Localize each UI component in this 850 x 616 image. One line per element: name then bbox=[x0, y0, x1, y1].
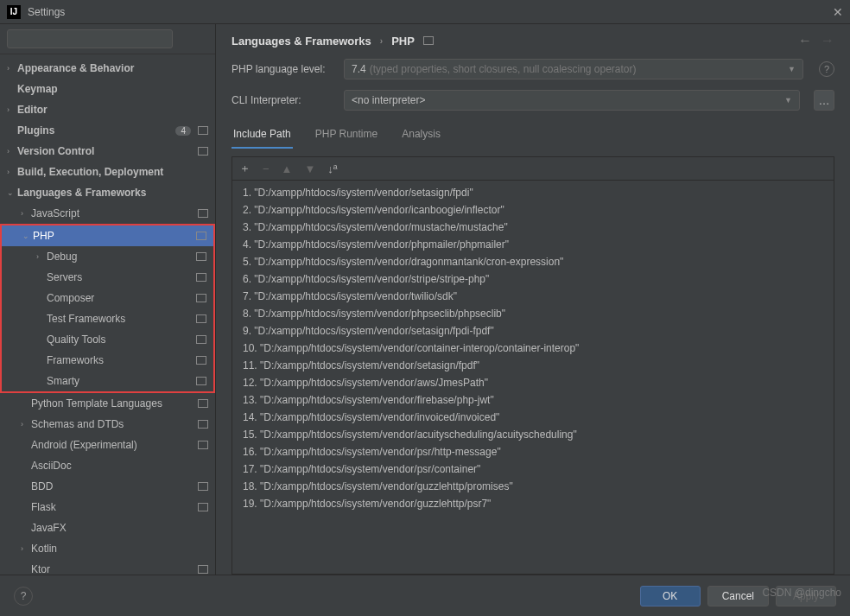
php-lang-level-dropdown[interactable]: 7.4 (typed properties, short closures, n… bbox=[344, 59, 803, 79]
tree-item-quality-tools[interactable]: Quality Tools bbox=[2, 329, 213, 350]
include-path-row[interactable]: 15. "D:/xampp/htdocs/isystem/vendor/acui… bbox=[232, 426, 834, 443]
include-path-row[interactable]: 3. "D:/xampp/htdocs/isystem/vendor/musta… bbox=[232, 219, 834, 236]
include-path-panel: ＋ − ▲ ▼ ↓ª 1. "D:/xampp/htdocs/isystem/v… bbox=[232, 156, 834, 575]
project-scope-icon bbox=[196, 335, 206, 344]
expand-icon: › bbox=[21, 420, 31, 429]
help-icon[interactable]: ? bbox=[819, 61, 834, 77]
cli-browse-button[interactable]: … bbox=[814, 90, 834, 111]
remove-path-button[interactable]: − bbox=[263, 162, 270, 175]
tree-item-asciidoc[interactable]: AsciiDoc bbox=[0, 455, 215, 476]
tree-item-servers[interactable]: Servers bbox=[2, 267, 213, 288]
include-path-row[interactable]: 19. "D:/xampp/htdocs/isystem/vendor/guzz… bbox=[232, 495, 834, 512]
tab-include-path[interactable]: Include Path bbox=[232, 123, 293, 149]
sort-button[interactable]: ↓ª bbox=[327, 162, 337, 175]
tree-item-languages-frameworks[interactable]: ⌄Languages & Frameworks bbox=[0, 182, 215, 203]
nav-back-icon[interactable]: ← bbox=[798, 33, 812, 48]
tree-item-smarty[interactable]: Smarty bbox=[2, 371, 213, 391]
project-scope-icon bbox=[198, 209, 208, 218]
include-path-row[interactable]: 17. "D:/xampp/htdocs/isystem/vendor/psr/… bbox=[232, 460, 834, 478]
tab-php-runtime[interactable]: PHP Runtime bbox=[314, 123, 379, 149]
include-path-row[interactable]: 10. "D:/xampp/htdocs/isystem/vendor/cont… bbox=[232, 340, 834, 357]
tab-analysis[interactable]: Analysis bbox=[400, 123, 442, 149]
titlebar: IJ Settings ✕ bbox=[0, 0, 850, 24]
move-up-button[interactable]: ▲ bbox=[282, 162, 293, 175]
expand-icon: › bbox=[36, 252, 47, 261]
include-path-row[interactable]: 9. "D:/xampp/htdocs/isystem/vendor/setas… bbox=[232, 322, 834, 340]
sidebar: 🔍 ›Appearance & BehaviorKeymap›EditorPlu… bbox=[0, 24, 216, 575]
include-path-list: 1. "D:/xampp/htdocs/isystem/vendor/setas… bbox=[232, 181, 834, 574]
tree-item-android-experimental-[interactable]: Android (Experimental) bbox=[0, 435, 215, 455]
project-scope-icon bbox=[198, 399, 208, 408]
expand-icon: ⌄ bbox=[22, 232, 33, 240]
include-path-row[interactable]: 8. "D:/xampp/htdocs/isystem/vendor/phpse… bbox=[232, 305, 834, 322]
highlight-box: ⌄PHP›DebugServersComposerTest Frameworks… bbox=[0, 224, 215, 393]
tree-item-build-execution-deployment[interactable]: ›Build, Execution, Deployment bbox=[0, 162, 215, 182]
breadcrumb-parent[interactable]: Languages & Frameworks bbox=[232, 35, 371, 48]
tree-item-label: Smarty bbox=[47, 375, 193, 387]
help-button[interactable]: ? bbox=[14, 587, 33, 606]
tree-item-label: Composer bbox=[47, 292, 193, 304]
include-path-row[interactable]: 4. "D:/xampp/htdocs/isystem/vendor/phpma… bbox=[232, 236, 834, 253]
cancel-button[interactable]: Cancel bbox=[707, 586, 769, 606]
close-icon[interactable]: ✕ bbox=[833, 5, 843, 19]
breadcrumb: Languages & Frameworks › PHP bbox=[232, 35, 434, 48]
count-badge: 4 bbox=[175, 126, 191, 136]
include-path-row[interactable]: 16. "D:/xampp/htdocs/isystem/vendor/psr/… bbox=[232, 443, 834, 460]
tree-item-python-template-languages[interactable]: Python Template Languages bbox=[0, 393, 215, 414]
include-path-row[interactable]: 14. "D:/xampp/htdocs/isystem/vendor/invo… bbox=[232, 409, 834, 426]
include-path-row[interactable]: 7. "D:/xampp/htdocs/isystem/vendor/twili… bbox=[232, 288, 834, 305]
tree-item-label: Kotlin bbox=[31, 543, 208, 555]
tree-item-editor[interactable]: ›Editor bbox=[0, 99, 215, 120]
tree-item-version-control[interactable]: ›Version Control bbox=[0, 141, 215, 162]
cli-interpreter-value: <no interpreter> bbox=[352, 94, 425, 106]
tree-item-label: Debug bbox=[47, 251, 193, 263]
tree-item-javafx[interactable]: JavaFX bbox=[0, 518, 215, 538]
ok-button[interactable]: OK bbox=[640, 586, 701, 606]
cli-interpreter-dropdown[interactable]: <no interpreter> ▼ bbox=[344, 90, 800, 111]
include-path-row[interactable]: 12. "D:/xampp/htdocs/isystem/vendor/aws/… bbox=[232, 374, 834, 391]
project-scope-icon bbox=[196, 314, 206, 323]
move-down-button[interactable]: ▼ bbox=[304, 162, 315, 175]
include-path-row[interactable]: 11. "D:/xampp/htdocs/isystem/vendor/seta… bbox=[232, 357, 834, 374]
tree-item-schemas-and-dtds[interactable]: ›Schemas and DTDs bbox=[0, 414, 215, 435]
project-scope-icon bbox=[196, 273, 206, 282]
tree-item-php[interactable]: ⌄PHP bbox=[2, 225, 213, 246]
include-path-row[interactable]: 1. "D:/xampp/htdocs/isystem/vendor/setas… bbox=[232, 184, 834, 201]
tree-item-label: Servers bbox=[47, 271, 193, 283]
tree-item-label: Frameworks bbox=[47, 354, 193, 366]
tab-bar: Include PathPHP RuntimeAnalysis bbox=[216, 116, 850, 149]
project-scope-icon bbox=[198, 126, 208, 135]
tree-item-flask[interactable]: Flask bbox=[0, 497, 215, 518]
tree-item-label: JavaFX bbox=[31, 522, 208, 534]
expand-icon: › bbox=[7, 64, 17, 73]
search-input[interactable] bbox=[7, 29, 173, 48]
tree-item-label: Appearance & Behavior bbox=[17, 62, 208, 74]
add-path-button[interactable]: ＋ bbox=[239, 161, 251, 176]
tree-item-frameworks[interactable]: Frameworks bbox=[2, 350, 213, 371]
include-path-row[interactable]: 13. "D:/xampp/htdocs/isystem/vendor/fire… bbox=[232, 391, 834, 409]
tree-item-ktor[interactable]: Ktor bbox=[0, 559, 215, 575]
tree-item-composer[interactable]: Composer bbox=[2, 288, 213, 308]
project-scope-icon bbox=[198, 565, 208, 574]
nav-forward-icon[interactable]: → bbox=[821, 33, 834, 48]
include-path-row[interactable]: 2. "D:/xampp/htdocs/isystem/vendor/icanb… bbox=[232, 201, 834, 219]
tree-item-bdd[interactable]: BDD bbox=[0, 476, 215, 497]
dialog-footer: ? OK Cancel Apply bbox=[0, 575, 850, 616]
include-path-row[interactable]: 6. "D:/xampp/htdocs/isystem/vendor/strip… bbox=[232, 270, 834, 288]
tree-item-plugins[interactable]: Plugins4 bbox=[0, 120, 215, 141]
tree-item-kotlin[interactable]: ›Kotlin bbox=[0, 538, 215, 559]
tree-item-appearance-behavior[interactable]: ›Appearance & Behavior bbox=[0, 58, 215, 79]
chevron-down-icon: ▼ bbox=[784, 96, 792, 105]
php-lang-level-value: 7.4 bbox=[352, 63, 366, 75]
project-scope-icon bbox=[198, 503, 208, 511]
tree-item-javascript[interactable]: ›JavaScript bbox=[0, 203, 215, 224]
tree-item-label: Python Template Languages bbox=[31, 397, 194, 410]
project-scope-icon bbox=[196, 252, 206, 261]
tree-item-test-frameworks[interactable]: Test Frameworks bbox=[2, 308, 213, 329]
tree-item-label: Keymap bbox=[17, 83, 208, 95]
tree-item-keymap[interactable]: Keymap bbox=[0, 79, 215, 99]
project-scope-icon bbox=[198, 482, 208, 491]
tree-item-debug[interactable]: ›Debug bbox=[2, 246, 213, 267]
include-path-row[interactable]: 5. "D:/xampp/htdocs/isystem/vendor/drago… bbox=[232, 253, 834, 270]
include-path-row[interactable]: 18. "D:/xampp/htdocs/isystem/vendor/guzz… bbox=[232, 478, 834, 495]
